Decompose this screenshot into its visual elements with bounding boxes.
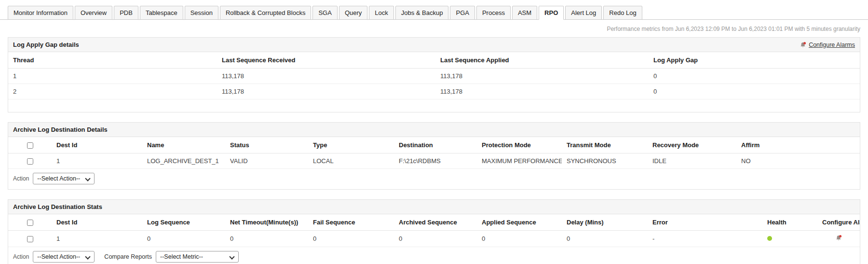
column-header-dest-id: Dest Id [52, 137, 142, 153]
column-header-protection-mode: Protection Mode [477, 137, 562, 153]
cell-configure-alarms [817, 231, 860, 247]
details-action-row: Action --Select Action-- [8, 169, 860, 189]
table-row: 1 LOG_ARCHIVE_DEST_1 VALID LOCAL F:\21c\… [8, 153, 860, 169]
log-apply-gap-section: Log Apply Gap details Configure Alarms T… [8, 37, 860, 112]
select-all-checkbox[interactable] [27, 142, 33, 149]
column-header-applied-sequence: Applied Sequence [477, 214, 562, 231]
tab-tablespace[interactable]: Tablespace [140, 6, 183, 20]
compare-reports-label: Compare Reports [104, 253, 152, 260]
column-header-last-sequence-applied: Last Sequence Applied [435, 52, 649, 69]
table-row: 1 0 0 0 0 0 0 - [8, 231, 860, 247]
cell-destination: F:\21c\RDBMS [394, 153, 477, 169]
section-title: Log Apply Gap details [13, 41, 79, 48]
tab-lock[interactable]: Lock [369, 6, 393, 20]
configure-alarms-label: Configure Alarms [809, 42, 855, 48]
tab-sga[interactable]: SGA [312, 6, 337, 20]
column-header-error: Error [648, 214, 762, 231]
cell-fail-sequence: 0 [308, 231, 394, 247]
column-header-thread: Thread [8, 52, 217, 69]
column-header-transmit-mode: Transmit Mode [562, 137, 648, 153]
column-header-dest-id: Dest Id [52, 214, 142, 231]
cell-last-sequence-received: 113,178 [217, 84, 435, 99]
column-header-type: Type [308, 137, 394, 153]
compare-reports-metric-select[interactable]: --Select Metric-- [156, 251, 239, 263]
tab-process[interactable]: Process [476, 6, 511, 20]
cell-recovery-mode: IDLE [648, 153, 736, 169]
log-apply-gap-table: Thread Last Sequence Received Last Seque… [8, 52, 860, 99]
cell-last-sequence-applied: 113,178 [435, 69, 649, 84]
configure-alarms-icon[interactable] [835, 235, 842, 241]
column-header-log-apply-gap: Log Apply Gap [649, 52, 860, 69]
row-checkbox[interactable] [27, 236, 33, 242]
tab-rpo[interactable]: RPO [539, 6, 564, 20]
table-header-row: Dest Id Log Sequence Net Timeout(Minute(… [8, 214, 860, 231]
health-indicator [767, 236, 772, 241]
cell-health [762, 231, 817, 247]
configure-alarms-link[interactable]: Configure Alarms [800, 42, 855, 48]
cell-delay-mins: 0 [562, 231, 648, 247]
cell-archived-sequence: 0 [394, 231, 477, 247]
cell-protection-mode: MAXIMUM PERFORMANCE [477, 153, 562, 169]
column-header-affirm: Affirm [736, 137, 836, 153]
section-spacer [8, 99, 860, 112]
column-header-archived-sequence: Archived Sequence [394, 214, 477, 231]
archive-dest-details-header: Archive Log Destination Details [8, 123, 860, 137]
archive-log-destination-details-section: Archive Log Destination Details Dest Id … [8, 122, 860, 190]
column-header-name: Name [142, 137, 225, 153]
archive-log-destination-stats-section: Archive Log Destination Stats Dest Id Lo… [8, 199, 860, 264]
cell-log-apply-gap: 0 [649, 84, 860, 99]
cell-affirm: NO [736, 153, 836, 169]
column-header-recovery-mode: Recovery Mode [648, 137, 736, 153]
tab-pdb[interactable]: PDB [114, 6, 138, 20]
cell-last-sequence-applied: 113,178 [435, 84, 649, 99]
column-header-health: Health [836, 137, 860, 153]
log-apply-gap-header: Log Apply Gap details Configure Alarms [8, 38, 860, 52]
column-header-net-timeout: Net Timeout(Minute(s)) [225, 214, 308, 231]
table-header-row: Thread Last Sequence Received Last Seque… [8, 52, 860, 69]
cell-name: LOG_ARCHIVE_DEST_1 [142, 153, 225, 169]
tab-redo-log[interactable]: Redo Log [603, 6, 642, 20]
column-header-log-sequence: Log Sequence [142, 214, 225, 231]
section-title: Archive Log Destination Stats [13, 203, 102, 210]
tab-alert-log[interactable]: Alert Log [565, 6, 602, 20]
row-checkbox[interactable] [27, 158, 33, 165]
cell-dest-id: 1 [52, 231, 142, 247]
archive-dest-stats-header: Archive Log Destination Stats [8, 200, 860, 214]
column-header-destination: Destination [394, 137, 477, 153]
cell-log-apply-gap: 0 [649, 69, 860, 84]
table-row: 1 113,178 113,178 0 [8, 69, 860, 84]
cell-error: - [648, 231, 762, 247]
stats-action-row: Action --Select Action-- Compare Reports… [8, 247, 860, 264]
table-header-row: Dest Id Name Status Type Destination Pro… [8, 137, 860, 153]
select-all-checkbox[interactable] [27, 220, 33, 226]
action-label: Action [13, 175, 29, 182]
table-row: 2 113,178 113,178 0 [8, 84, 860, 99]
cell-transmit-mode: SYNCHRONOUS [562, 153, 648, 169]
tab-pga[interactable]: PGA [450, 6, 475, 20]
tab-session[interactable]: Session [185, 6, 218, 20]
cell-type: LOCAL [308, 153, 394, 169]
tab-rollback-corrupted-blocks[interactable]: Rollback & Corrupted Blocks [220, 6, 311, 20]
stats-action-select[interactable]: --Select Action-- [33, 251, 95, 263]
tab-monitor-information[interactable]: Monitor Information [8, 6, 73, 20]
cell-thread: 1 [8, 69, 217, 84]
cell-thread: 2 [8, 84, 217, 99]
archive-dest-details-table: Dest Id Name Status Type Destination Pro… [8, 137, 860, 169]
column-header-last-sequence-received: Last Sequence Received [217, 52, 435, 69]
tab-query[interactable]: Query [339, 6, 367, 20]
configure-alarms-icon [800, 42, 806, 48]
column-header-health: Health [762, 214, 817, 231]
cell-last-sequence-received: 113,178 [217, 69, 435, 84]
tab-jobs-backup[interactable]: Jobs & Backup [395, 6, 449, 20]
cell-applied-sequence: 0 [477, 231, 562, 247]
column-header-delay-mins: Delay (Mins) [562, 214, 648, 231]
tab-overview[interactable]: Overview [75, 6, 112, 20]
action-label: Action [13, 253, 29, 260]
cell-net-timeout: 0 [225, 231, 308, 247]
archive-dest-stats-table: Dest Id Log Sequence Net Timeout(Minute(… [8, 214, 860, 247]
tab-bar: Monitor Information Overview PDB Tablesp… [0, 0, 868, 20]
details-action-select[interactable]: --Select Action-- [33, 173, 95, 184]
cell-log-sequence: 0 [142, 231, 225, 247]
tab-asm[interactable]: ASM [512, 6, 537, 20]
performance-metrics-note: Performance metrics from Jun 6,2023 12:0… [0, 20, 868, 37]
